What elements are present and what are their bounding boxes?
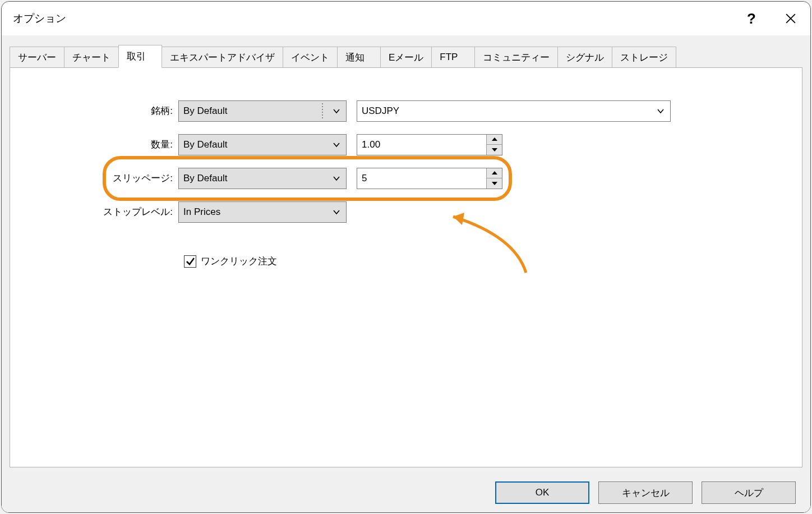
row-stoplevel: ストップレベル: In Prices: [10, 200, 802, 224]
cancel-button[interactable]: キャンセル: [598, 481, 693, 504]
tab-trade[interactable]: 取引: [118, 45, 162, 68]
tab-signal[interactable]: シグナル: [557, 47, 612, 68]
stoplevel-mode-value: In Prices: [183, 206, 220, 218]
caret-up-icon: [492, 171, 497, 175]
slippage-value[interactable]: 5: [357, 168, 486, 189]
close-button[interactable]: [771, 4, 810, 33]
volume-mode-value: By Default: [183, 139, 227, 150]
symbol-input[interactable]: USDJPY: [357, 100, 671, 122]
symbol-value: USDJPY: [362, 105, 399, 117]
tab-bar: サーバー チャート 取引 エキスパートアドバイザ イベント 通知 Eメール FT…: [2, 35, 810, 68]
volume-spinner[interactable]: 1.00: [357, 134, 502, 155]
slippage-mode-value: By Default: [183, 173, 227, 184]
tab-community[interactable]: コミュニティー: [474, 47, 558, 68]
caret-down-icon: [492, 148, 497, 152]
stoplevel-mode-select[interactable]: In Prices: [178, 201, 347, 223]
chevron-down-icon: [327, 202, 346, 222]
label-symbol: 銘柄:: [10, 104, 178, 117]
trade-page: 銘柄: By Default USDJPY: [10, 68, 802, 467]
slippage-mode-select[interactable]: By Default: [178, 168, 347, 189]
check-icon: [186, 257, 195, 266]
tab-notify[interactable]: 通知: [337, 47, 381, 68]
slippage-spinner[interactable]: 5: [357, 168, 502, 189]
grip-icon: [320, 102, 325, 120]
slippage-up-button[interactable]: [487, 168, 502, 179]
chevron-down-icon: [327, 168, 346, 189]
symbol-mode-value: By Default: [183, 105, 227, 117]
chevron-down-icon: [651, 101, 670, 121]
close-icon: [786, 13, 796, 24]
one-click-checkbox[interactable]: [184, 255, 196, 268]
tab-event[interactable]: イベント: [283, 47, 338, 68]
caret-up-icon: [492, 137, 497, 141]
tab-email[interactable]: Eメール: [380, 47, 432, 68]
volume-value[interactable]: 1.00: [357, 135, 486, 155]
label-stoplevel: ストップレベル:: [10, 205, 178, 218]
tab-chart[interactable]: チャート: [64, 47, 119, 68]
chevron-down-icon: [327, 101, 346, 121]
row-volume: 数量: By Default 1.00: [10, 132, 802, 157]
tab-ea[interactable]: エキスパートアドバイザ: [162, 47, 283, 68]
tab-storage[interactable]: ストレージ: [612, 47, 676, 68]
volume-down-button[interactable]: [487, 145, 502, 155]
client-area: サーバー チャート 取引 エキスパートアドバイザ イベント 通知 Eメール FT…: [2, 35, 810, 512]
row-one-click: ワンクリック注文: [184, 255, 802, 268]
row-slippage: スリッページ: By Default 5: [10, 166, 802, 190]
label-slippage: スリッページ:: [10, 172, 178, 185]
volume-up-button[interactable]: [487, 135, 502, 145]
button-bar: OK キャンセル ヘルプ: [2, 473, 810, 512]
title-bar: オプション ?: [2, 2, 810, 35]
caret-down-icon: [492, 182, 497, 185]
volume-mode-select[interactable]: By Default: [178, 134, 347, 155]
label-volume: 数量:: [10, 138, 178, 151]
row-symbol: 銘柄: By Default USDJPY: [10, 99, 802, 123]
slippage-down-button[interactable]: [487, 178, 502, 189]
symbol-mode-select[interactable]: By Default: [178, 100, 347, 122]
tab-server[interactable]: サーバー: [10, 47, 64, 68]
tab-ftp[interactable]: FTP: [431, 47, 475, 68]
ok-button[interactable]: OK: [495, 481, 589, 504]
help-button[interactable]: ?: [732, 4, 771, 33]
window-title: オプション: [13, 11, 66, 26]
one-click-label: ワンクリック注文: [201, 255, 277, 268]
options-dialog: オプション ? サーバー チャート 取引 エキスパートアドバイザ イベント 通知…: [1, 1, 811, 513]
chevron-down-icon: [327, 135, 346, 155]
help-button[interactable]: ヘルプ: [702, 481, 796, 504]
